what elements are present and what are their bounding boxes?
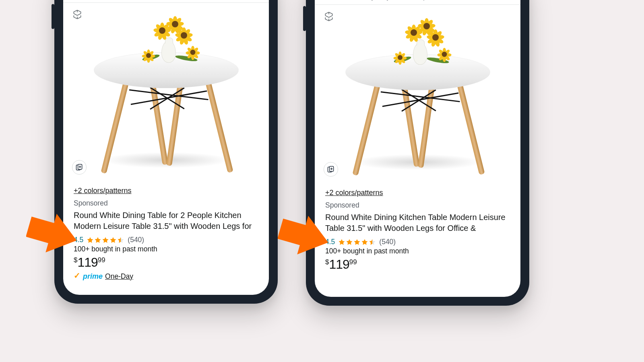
- rating-value: 4.5: [74, 236, 83, 244]
- product-illustration: [333, 10, 502, 179]
- bought-text: 100+ bought in past month: [325, 247, 514, 255]
- price-fraction: 99: [349, 258, 357, 266]
- sponsored-label: Sponsored: [325, 201, 514, 210]
- prime-shipping-text: One-Day: [105, 272, 133, 281]
- rating-row[interactable]: 4.5 (540): [325, 238, 514, 246]
- product-card[interactable]: +2 colors/patterns Sponsored Round White…: [63, 2, 269, 284]
- more-colors-link[interactable]: +2 colors/patterns: [74, 187, 132, 195]
- product-image[interactable]: [63, 3, 269, 182]
- phone-screen: Check each product page for other buying…: [63, 0, 269, 295]
- product-title[interactable]: Round White Dining Table for 2 People Ki…: [74, 210, 262, 232]
- phone-side-button: [303, 6, 306, 31]
- options-popover-icon[interactable]: [72, 160, 87, 175]
- options-popover-icon[interactable]: [324, 162, 338, 177]
- prime-logo: prime: [83, 272, 103, 281]
- phone-side-button: [52, 4, 54, 29]
- product-card[interactable]: +2 colors/patterns Sponsored Round White…: [315, 4, 520, 274]
- phone-mockup-left: Check each product page for other buying…: [54, 0, 278, 304]
- phone-screen: Check each product page for other buying…: [315, 0, 520, 297]
- ar-view-icon[interactable]: [324, 11, 334, 22]
- star-rating-icon: [338, 239, 376, 246]
- product-image[interactable]: [315, 5, 520, 184]
- price-currency: $: [325, 258, 329, 266]
- price-whole: 119: [329, 257, 349, 272]
- prime-check-icon: ✓: [74, 271, 80, 280]
- ar-view-icon[interactable]: [72, 9, 83, 20]
- more-colors-link[interactable]: +2 colors/patterns: [325, 189, 383, 197]
- product-title[interactable]: Round White Dining Kitchen Table Modern …: [325, 212, 514, 234]
- rating-value: 4.5: [325, 238, 335, 246]
- price-whole: 119: [77, 255, 97, 270]
- price: $ 119 99: [325, 257, 514, 272]
- phone-mockup-right: Check each product page for other buying…: [306, 0, 529, 306]
- price-fraction: 99: [98, 256, 105, 264]
- price-currency: $: [74, 256, 77, 264]
- prime-row: ✓ prime One-Day: [74, 272, 262, 281]
- price: $ 119 99: [74, 255, 262, 270]
- sponsored-label: Sponsored: [74, 199, 262, 208]
- bought-text: 100+ bought in past month: [74, 245, 262, 253]
- review-count: (540): [379, 238, 396, 246]
- listing-notice: Check each product page for other buying…: [315, 0, 520, 4]
- review-count: (540): [128, 236, 144, 244]
- star-rating-icon: [87, 237, 124, 244]
- rating-row[interactable]: 4.5 (540): [74, 236, 262, 244]
- product-illustration: [82, 8, 251, 177]
